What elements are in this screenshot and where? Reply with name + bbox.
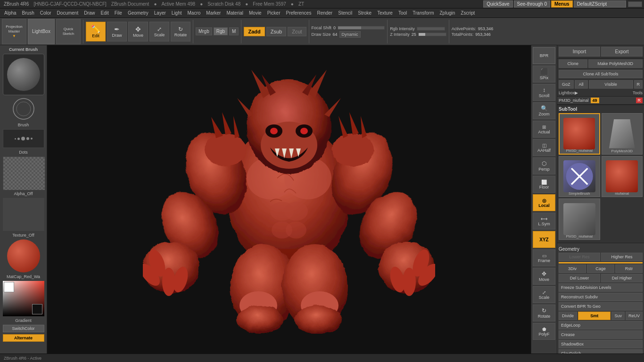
brush-strokes-preview[interactable] [3,129,44,148]
model-viewport[interactable] [143,65,435,334]
menu-material[interactable]: Material [224,9,246,16]
menu-file[interactable]: File [112,9,124,16]
lightbox-button[interactable]: LightBox [28,19,55,44]
focal-shift-slider[interactable] [338,26,385,30]
subtool-thumb-pm3d-2[interactable]: PM3D_niufainal [559,198,600,240]
defaultzscript-button[interactable]: DefaultZScript [574,0,626,8]
menu-render[interactable]: Render [314,9,335,16]
dynamic-button[interactable]: Dynamic [339,31,361,38]
menu-alpha[interactable]: Alpha [2,9,19,16]
move-tool-button[interactable]: ✥ Move [533,268,555,285]
clone-all-subtools-button[interactable]: Clone All SubTools [559,70,643,78]
z-intensity-slider[interactable] [418,33,446,36]
scroll-button[interactable]: ↕ Scroll [533,84,555,101]
crease-button[interactable]: Crease [559,330,643,339]
del-higher-button[interactable]: Del Higher [601,274,643,282]
draw-button[interactable]: ✒ Draw [107,22,127,41]
menu-tool[interactable]: Tool [396,9,409,16]
quick-sketch-button[interactable]: Quick Sketch [56,19,81,44]
import-button[interactable]: Import [559,47,600,57]
scale-tool-button[interactable]: ⤢ Scale [533,286,555,303]
canvas-area[interactable] [47,45,531,354]
lightbox-label[interactable]: Lightbox▶ [559,90,578,95]
subtool-thumb-simplebrush[interactable]: SimpleBrush [559,156,600,197]
menus-button[interactable]: Menus [551,0,573,8]
rotate-button[interactable]: ↻ Rotate [171,22,190,41]
canvas-viewport[interactable] [47,45,531,354]
xyz-button[interactable]: XYZ [533,231,555,248]
quicksave-button[interactable]: QuickSave [483,0,512,8]
all-button[interactable]: All [575,80,588,89]
r-button[interactable]: R [634,80,643,89]
local-button[interactable]: ◎ Local [533,194,555,211]
aahalf-button[interactable]: ◫ AAHalf [533,139,555,156]
menu-stencil[interactable]: Stencil [336,9,355,16]
see-through-button[interactable]: See-through 0 [514,0,550,8]
divide-button[interactable]: Divide [559,312,577,320]
floor-button[interactable]: ⬜ Floor [533,176,555,193]
menu-light[interactable]: Light [169,9,184,16]
alpha-preview[interactable] [3,156,44,189]
freeze-subdivision-button[interactable]: Freeze SubDivision Levels [559,283,643,292]
menu-texture[interactable]: Texture [375,9,395,16]
3div-button[interactable]: 3Div [559,264,586,273]
geometry-title[interactable]: Geometry [559,246,643,253]
mrgb-button[interactable]: Mrgb [196,27,212,35]
zoom-button[interactable]: 🔍 Zoom [533,102,555,119]
subtool-thumb-pm3d-selected[interactable]: PM3D_niufainal [559,113,600,155]
menu-preferences[interactable]: Preferences [283,9,314,16]
polyf-button[interactable]: ⬟ PolyF [533,323,555,340]
switchcolor-button[interactable]: SwitchColor [3,325,44,332]
menu-document[interactable]: Document [55,9,81,16]
reuv-button[interactable]: ReUV [626,312,643,320]
menu-picker[interactable]: Picker [265,9,283,16]
del-lower-button[interactable]: Del Lower [559,274,600,282]
edit-button[interactable]: ✏️ Edit [86,22,106,41]
subtool-thumb-polymesh[interactable]: PolyMesh3D [602,113,643,155]
rgb-intensity-slider[interactable] [417,27,445,31]
menu-macro[interactable]: Macro [185,9,203,16]
export-button[interactable]: Export [601,47,643,57]
menu-brush[interactable]: Brush [20,9,37,16]
make-polymesh-button[interactable]: Make PolyMesh3D [588,59,643,68]
scale-button[interactable]: ⤢ Scale [149,22,169,41]
menu-movie[interactable]: Movie [247,9,264,16]
lower-res-button[interactable]: Lower Res [559,253,600,261]
menu-edit[interactable]: Edit [99,9,111,16]
matcap-preview[interactable] [7,239,40,272]
subtool-thumb-niufainal[interactable]: niufainal [602,156,643,197]
rstr-button[interactable]: Rstr [615,264,643,273]
suv-button[interactable]: Suv [611,312,625,320]
convert-bpr-button[interactable]: Convert BPR To Geo [559,302,643,311]
bpr-button[interactable]: BPR [533,47,555,64]
claypolish-button[interactable]: ClayPolish [559,349,643,354]
m-button[interactable]: M [229,27,239,35]
menu-color[interactable]: Color [38,9,54,16]
goz-button[interactable]: GoZ [559,80,574,89]
alternate-button[interactable]: Alternate [3,334,44,342]
reconstruct-subdiv-button[interactable]: Reconstruct Subdiv [559,293,643,301]
cage-button[interactable]: Cage [587,264,614,273]
brush-preview[interactable] [3,54,44,95]
tools-label[interactable]: Tools [633,90,643,95]
lsym-button[interactable]: ⟷ L.Sym [533,213,555,230]
actual-button[interactable]: ⊞ Actual [533,121,555,138]
visible-button[interactable]: Visible [589,80,633,89]
foreground-color[interactable] [4,282,14,292]
rgb-button[interactable]: Rgb [214,27,228,35]
higher-res-button[interactable]: Higher Res [601,253,643,261]
menu-geometry[interactable]: Geometry [125,9,151,16]
menu-zscript[interactable]: Zscript [458,9,477,16]
rotate-tool-button[interactable]: ↻ Rotate [533,304,555,321]
menu-marker[interactable]: Marker [204,9,223,16]
pm3d-r-button[interactable]: R [636,98,643,103]
menu-layer[interactable]: Layer [152,9,168,16]
clone-button[interactable]: Clone [559,59,587,68]
texture-preview[interactable] [3,198,44,231]
menu-stroke[interactable]: Stroke [355,9,374,16]
persp-button[interactable]: ⬡ Persp [533,157,555,174]
smt-button[interactable]: Smt [578,312,611,320]
move-button[interactable]: ✥ Move [128,22,148,41]
zsub-button[interactable]: Zsub [266,27,286,36]
edgeloop-button[interactable]: EdgeLoop [559,321,643,329]
